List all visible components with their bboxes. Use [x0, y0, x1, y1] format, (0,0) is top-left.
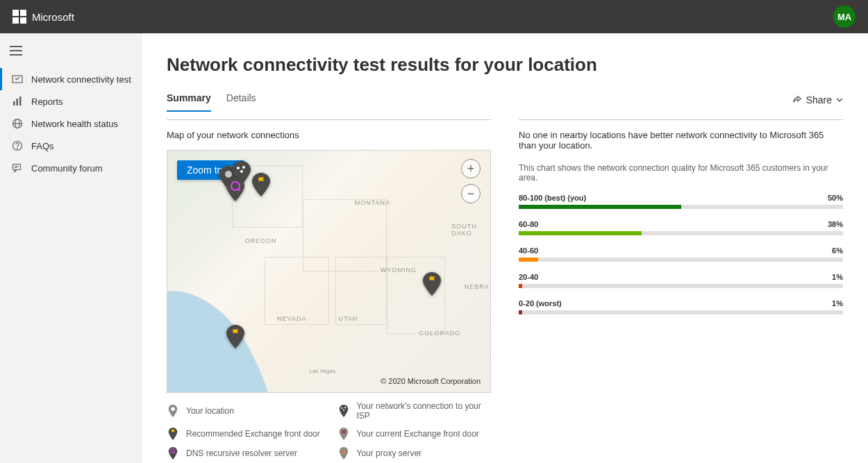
map-label-montana: MONTANA — [355, 199, 390, 206]
sidebar-item-label: Network health status — [31, 119, 118, 129]
sidebar-item-community[interactable]: Community forum — [0, 157, 141, 179]
bar-category: 20-40 — [519, 273, 538, 281]
help-icon — [12, 140, 23, 151]
svg-rect-8 — [13, 165, 21, 170]
map-label-utah: UTAH — [338, 315, 358, 322]
chart-bar-row: 60-8038% — [519, 220, 843, 235]
main-content: Network connectivity test results for yo… — [142, 33, 868, 463]
map-pin-flag-2[interactable] — [423, 272, 441, 296]
sidebar-item-reports[interactable]: Reports — [0, 90, 141, 112]
bar-category: 40-60 — [519, 246, 538, 255]
svg-point-14 — [171, 407, 175, 411]
map-label-nevada: NEVADA — [277, 315, 306, 322]
page-title: Network connectivity test results for yo… — [167, 54, 843, 76]
x-pin-icon — [337, 428, 350, 440]
zoom-out-button[interactable]: − — [461, 184, 481, 203]
map-label-sd: SOUTH DAKO — [451, 223, 490, 237]
bar-value: 6% — [832, 246, 843, 255]
sidebar: Network connectivity test Reports Networ… — [0, 33, 142, 463]
tab-row: Summary Details Share — [167, 88, 843, 112]
hamburger-icon[interactable] — [10, 46, 22, 56]
legend-current-fd: Your current Exchange front door — [337, 428, 492, 440]
map-label-colorado: COLORADO — [419, 330, 461, 337]
map-legend: Your location Your network's connection … — [167, 401, 491, 460]
bar-track — [519, 205, 843, 209]
legend-proxy: Your proxy server — [337, 447, 492, 460]
microsoft-icon — [12, 10, 26, 24]
bar-track — [519, 231, 843, 235]
svg-point-9 — [225, 171, 232, 178]
chevron-down-icon — [836, 96, 843, 103]
map[interactable]: NEVADA OREGON MONTANA UTAH WYOMING COLOR… — [167, 150, 491, 393]
brand-logo[interactable]: Microsoft — [12, 10, 74, 24]
share-icon — [792, 95, 802, 105]
svg-point-11 — [242, 166, 245, 169]
bar-track — [519, 310, 843, 314]
sidebar-item-label: Community forum — [31, 163, 103, 174]
tab-summary[interactable]: Summary — [167, 88, 211, 112]
svg-point-12 — [240, 170, 243, 173]
bar-value: 1% — [832, 273, 843, 281]
bar-category: 80-100 (best) (you) — [519, 194, 586, 202]
quality-chart: 80-100 (best) (you)50%60-8038%40-606%20-… — [519, 194, 843, 314]
svg-rect-3 — [19, 96, 22, 106]
svg-point-15 — [341, 407, 342, 409]
globe-icon — [12, 118, 23, 129]
svg-point-10 — [237, 167, 240, 169]
sidebar-item-network-test[interactable]: Network connectivity test — [0, 68, 141, 90]
svg-point-7 — [17, 149, 18, 149]
isp-pin-icon — [337, 405, 350, 417]
svg-point-17 — [342, 410, 344, 411]
avatar[interactable]: MA — [833, 6, 856, 28]
chart-bar-row: 80-100 (best) (you)50% — [519, 194, 843, 209]
legend-recommended-fd: Recommended Exchange front door — [167, 428, 321, 440]
bar-value: 50% — [828, 194, 843, 202]
svg-rect-2 — [17, 99, 19, 106]
location-pin-icon — [167, 405, 179, 417]
svg-point-16 — [344, 407, 346, 408]
bar-value: 1% — [832, 299, 843, 308]
map-pin-dns[interactable] — [226, 178, 244, 201]
share-label: Share — [806, 94, 832, 106]
map-label-oregon: OREGON — [245, 237, 277, 244]
tab-details[interactable]: Details — [226, 88, 256, 112]
bar-category: 0-20 (worst) — [519, 299, 562, 308]
bar-track — [519, 284, 843, 288]
sidebar-item-label: Reports — [31, 96, 63, 107]
network-test-icon — [12, 74, 23, 85]
map-pin-flag-1[interactable] — [252, 173, 270, 196]
bar-fill — [519, 310, 522, 314]
svg-point-19 — [342, 449, 344, 451]
bar-fill — [519, 231, 642, 235]
forum-icon — [12, 162, 23, 174]
map-label-ne: NEBRA — [465, 283, 490, 290]
chart-bar-row: 40-606% — [519, 246, 843, 262]
map-pin-flag-3[interactable] — [226, 325, 244, 348]
map-copyright: © 2020 Microsoft Corporation — [381, 377, 481, 385]
share-button[interactable]: Share — [792, 94, 843, 106]
sidebar-item-health[interactable]: Network health status — [0, 112, 141, 135]
bar-fill — [519, 284, 522, 288]
sidebar-item-label: Network connectivity test — [31, 74, 131, 85]
bar-track — [519, 258, 843, 262]
proxy-pin-icon — [337, 447, 350, 460]
legend-dns: DNS recursive resolver server — [167, 447, 321, 460]
zoom-in-button[interactable]: + — [461, 159, 481, 178]
chart-headline: No one in nearby locations have better n… — [519, 130, 843, 151]
chart-bar-row: 0-20 (worst)1% — [519, 299, 843, 314]
chart-column: No one in nearby locations have better n… — [519, 119, 843, 460]
brand-name: Microsoft — [32, 11, 74, 23]
bar-value: 38% — [828, 220, 843, 228]
map-label-lv: Las Vegas — [310, 368, 335, 374]
topbar: Microsoft MA — [0, 0, 868, 33]
bar-fill — [519, 205, 681, 209]
sidebar-item-label: FAQs — [31, 141, 54, 151]
dns-pin-icon — [167, 447, 179, 460]
flag-pin-icon — [167, 428, 179, 440]
svg-rect-1 — [13, 101, 15, 106]
bar-category: 60-80 — [519, 220, 538, 228]
sidebar-item-faqs[interactable]: FAQs — [0, 135, 141, 157]
bar-fill — [519, 258, 538, 262]
chart-desc: This chart shows the network connection … — [519, 163, 843, 183]
legend-isp: Your network's connection to your ISP — [337, 401, 492, 421]
